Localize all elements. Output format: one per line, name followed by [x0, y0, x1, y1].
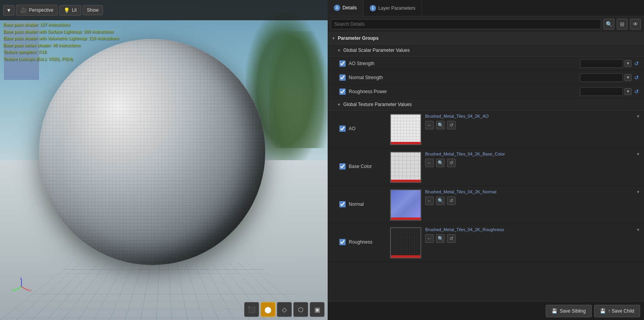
- ao-texture-row: AO Brushed_Metal_Tiles_04_2K_AO ▼ ← 🔍 ↺: [328, 111, 644, 149]
- view-btn-2[interactable]: ⬤: [261, 302, 275, 317]
- roughness-texture-checkbox[interactable]: [339, 239, 346, 245]
- global-scalar-header[interactable]: ▼ Global Scalar Parameter Values: [328, 44, 644, 57]
- base-color-texture-checkbox[interactable]: [339, 163, 346, 170]
- show-label: Show: [87, 7, 99, 13]
- normal-strength-checkbox[interactable]: [339, 74, 346, 81]
- save-child-icon: 💾: [600, 308, 606, 314]
- ao-texture-arrow-btn[interactable]: ←: [425, 121, 434, 129]
- perspective-icon: 🎥: [20, 7, 27, 13]
- ao-texture-right: Brushed_Metal_Tiles_04_2K_AO ▼ ← 🔍 ↺: [425, 114, 640, 129]
- normal-strength-input[interactable]: 0.4: [580, 73, 623, 82]
- ao-texture-red-bar: [391, 142, 420, 144]
- ao-texture-label: AO: [349, 126, 386, 131]
- normal-texture-right: Brushed_Metal_Tiles_04_2K_Normal ▼ ← 🔍 ↺: [425, 189, 640, 205]
- base-color-texture-arrow-btn[interactable]: ←: [425, 159, 434, 167]
- base-color-texture-search-btn[interactable]: 🔍: [436, 159, 445, 167]
- roughness-texture-dropdown[interactable]: ▼: [636, 228, 640, 232]
- 3d-sphere: [39, 39, 265, 265]
- roughness-texture-name[interactable]: Brushed_Metal_Tiles_04_2K_Roughness: [425, 227, 635, 232]
- roughness-texture-red-bar: [391, 255, 420, 258]
- tab-details[interactable]: ℹ Details: [328, 0, 364, 16]
- normal-texture-dropdown[interactable]: ▼: [636, 190, 640, 194]
- eye-button[interactable]: 👁: [630, 19, 641, 30]
- ao-texture-dropdown[interactable]: ▼: [636, 114, 640, 118]
- ao-strength-checkbox[interactable]: [339, 60, 346, 67]
- parameter-groups-header[interactable]: ▼ Parameter Groups: [328, 32, 644, 44]
- stats-overlay: Base pass shader: 137 instructions Base …: [3, 21, 119, 63]
- right-panel: ℹ Details ℹ Layer Parameters 🔍 ⊞ 👁 ▼ Par…: [328, 0, 644, 320]
- details-content: ▼ Parameter Groups ▼ Global Scalar Param…: [328, 32, 644, 301]
- roughness-texture-reset-btn[interactable]: ↺: [447, 234, 456, 243]
- base-color-texture-name-row: Brushed_Metal_Tiles_04_2K_Base_Color ▼: [425, 152, 640, 156]
- ao-strength-value-container: 0.0 ▼ ↺: [580, 59, 640, 68]
- viewport-panel: ▼ 🎥 Perspective 💡 Lit Show Base pass sha…: [0, 0, 328, 320]
- grid-view-button[interactable]: ⊞: [617, 19, 628, 30]
- svg-text:Z: Z: [20, 277, 22, 280]
- perspective-btn[interactable]: 🎥 Perspective: [16, 5, 58, 16]
- save-child-button[interactable]: 💾 ↑ Save Child: [594, 305, 640, 317]
- view-btn-3[interactable]: ◇: [277, 302, 292, 317]
- viewport-toolbar: ▼ 🎥 Perspective 💡 Lit Show: [0, 0, 328, 20]
- ao-strength-reset-btn[interactable]: ↺: [633, 60, 640, 67]
- save-sibling-icon: 💾: [552, 308, 557, 314]
- ao-texture-name[interactable]: Brushed_Metal_Tiles_04_2K_AO: [425, 114, 635, 118]
- stat-line-5: Texture samplers: 7/16: [3, 49, 119, 56]
- base-color-texture-thumbnail[interactable]: [390, 152, 421, 183]
- ao-strength-row: AO Strength 0.0 ▼ ↺: [328, 57, 644, 71]
- search-button[interactable]: 🔍: [603, 19, 614, 30]
- lit-label: Lit: [72, 7, 77, 13]
- roughness-texture-left: Roughness: [339, 227, 386, 245]
- view-btn-1[interactable]: ⬛: [244, 302, 259, 317]
- roughness-power-reset-btn[interactable]: ↺: [633, 88, 640, 95]
- svg-line-2: [14, 287, 21, 291]
- viewport-dropdown-btn[interactable]: ▼: [3, 5, 14, 16]
- search-input[interactable]: [331, 19, 601, 29]
- normal-texture-checkbox[interactable]: [339, 201, 346, 207]
- view-btn-5[interactable]: ▣: [310, 302, 325, 317]
- base-color-texture-right: Brushed_Metal_Tiles_04_2K_Base_Color ▼ ←…: [425, 152, 640, 167]
- lit-btn[interactable]: 💡 Lit: [59, 5, 81, 16]
- roughness-texture-thumbnail[interactable]: [390, 227, 421, 258]
- normal-strength-reset-btn[interactable]: ↺: [633, 74, 640, 81]
- roughness-texture-row: Roughness Brushed_Metal_Tiles_04_2K_Roug…: [328, 224, 644, 262]
- base-color-texture-reset-btn[interactable]: ↺: [447, 159, 456, 167]
- tab-layer-parameters[interactable]: ℹ Layer Parameters: [364, 0, 422, 16]
- normal-texture-name[interactable]: Brushed_Metal_Tiles_04_2K_Normal: [425, 189, 635, 194]
- view-btn-4[interactable]: ⬡: [293, 302, 308, 317]
- ao-texture-checkbox[interactable]: [339, 126, 346, 132]
- normal-texture-arrow-btn[interactable]: ←: [425, 196, 434, 205]
- ao-strength-label: AO Strength: [349, 61, 580, 66]
- bottom-bar: 💾 Save Sibling 💾 ↑ Save Child: [328, 301, 644, 320]
- stat-line-3: Base pass shader with Volumetric Lightma…: [3, 35, 119, 42]
- global-texture-header[interactable]: ▼ Global Texture Parameter Values: [328, 99, 644, 111]
- base-color-texture-dropdown[interactable]: ▼: [636, 152, 640, 156]
- ao-texture-actions: ← 🔍 ↺: [425, 121, 640, 129]
- svg-line-0: [21, 287, 29, 291]
- normal-texture-reset-btn[interactable]: ↺: [447, 196, 456, 205]
- ao-texture-reset-btn[interactable]: ↺: [447, 121, 456, 129]
- collapse-arrow-texture: ▼: [337, 103, 341, 107]
- ao-texture-search-btn[interactable]: 🔍: [436, 121, 445, 129]
- roughness-power-input[interactable]: 0.8: [580, 87, 623, 96]
- normal-texture-thumbnail[interactable]: [390, 189, 421, 221]
- roughness-texture-search-btn[interactable]: 🔍: [436, 234, 445, 243]
- ao-strength-input[interactable]: 0.0: [580, 59, 623, 68]
- roughness-power-expand-btn[interactable]: ▼: [624, 88, 632, 95]
- parameter-groups-label: Parameter Groups: [338, 35, 379, 41]
- normal-texture-search-btn[interactable]: 🔍: [436, 196, 445, 205]
- normal-texture-actions: ← 🔍 ↺: [425, 196, 640, 205]
- roughness-texture-arrow-btn[interactable]: ←: [425, 234, 434, 243]
- ao-strength-expand-btn[interactable]: ▼: [624, 60, 632, 67]
- ao-texture-thumbnail[interactable]: [390, 114, 421, 145]
- roughness-power-checkbox[interactable]: [339, 88, 346, 95]
- ao-texture-left: AO: [339, 114, 386, 132]
- save-sibling-button[interactable]: 💾 Save Sibling: [546, 305, 592, 317]
- details-tab-icon: ℹ: [334, 5, 340, 11]
- base-color-texture-name[interactable]: Brushed_Metal_Tiles_04_2K_Base_Color: [425, 152, 635, 156]
- base-color-texture-actions: ← 🔍 ↺: [425, 159, 640, 167]
- roughness-texture-right: Brushed_Metal_Tiles_04_2K_Roughness ▼ ← …: [425, 227, 640, 243]
- details-toolbar: 🔍 ⊞ 👁: [328, 16, 644, 32]
- stat-line-1: Base pass shader: 137 instructions: [3, 21, 119, 28]
- show-btn[interactable]: Show: [83, 5, 103, 15]
- normal-strength-expand-btn[interactable]: ▼: [624, 74, 632, 81]
